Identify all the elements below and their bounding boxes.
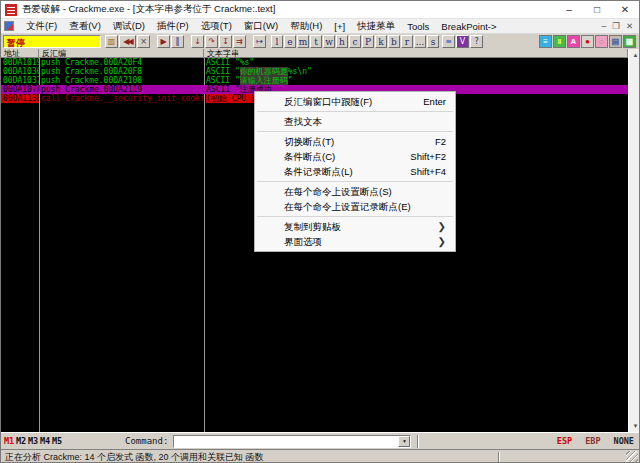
child-close-button[interactable]: ✕ [626,21,633,31]
animate-over-icon[interactable]: ⇉ [233,35,246,48]
resize-grip[interactable] [626,451,638,463]
run-icon[interactable]: ▶ [157,35,170,48]
windows-list-icon[interactable]: ≡ [442,35,455,48]
window-letter-button[interactable]: r [401,35,413,48]
context-menu-item[interactable]: 查找文本 [255,114,455,129]
title-bar: 吾爱破解 - Crackme.exe - [文本字串参考位于 Crackme:.… [1,1,639,19]
maximize-button[interactable]: □ [583,1,611,18]
shortcut-label [436,114,446,129]
context-menu-item[interactable]: 条件记录断点(L)Shift+F4 [255,164,455,179]
table-row[interactable]: 00DA1030push Crackme.00DA20F8ASCII "你的机器… [1,67,628,76]
command-input[interactable]: ▼ [173,435,411,448]
menu-item[interactable]: 插件(P) [151,19,195,33]
m2-button[interactable]: M2 [15,436,27,446]
plugin-icon[interactable]: ▦ [623,35,636,48]
context-menu-label: 切换断点(T) [284,134,334,149]
plugin-icon[interactable]: ≡ [539,35,552,48]
string-cell: ASCII "请输入注册码" [206,76,626,85]
status-text: 正在分析 Crackme: 14 个启发式 函数, 20 个调用和关联已知 函数 [1,451,264,463]
toolbar-separator [247,35,252,48]
status-divider [498,452,500,463]
context-menu-item[interactable]: 在每个命令上设置记录断点(E) [255,199,455,214]
m5-button[interactable]: M5 [51,436,63,446]
patches-window-icon[interactable]: V [456,35,469,48]
restart-icon[interactable]: ◀◀ [119,35,136,48]
command-bar: M1M2M3M4M5 Command: ▼ ESPEBPNONE [1,432,639,449]
menu-item[interactable]: 文件(F) [20,19,63,33]
context-menu: 反汇编窗口中跟随(F)Enter查找文本切换断点(T)F2条件断点(C)Shif… [254,91,456,252]
step-into-icon[interactable]: ↓ [191,35,204,48]
plugin-icon[interactable]: ● [581,35,594,48]
plugin-icon[interactable]: A [567,35,580,48]
menu-item[interactable]: BreakPoint-> [435,19,502,33]
window-letter-button[interactable]: c [349,35,361,48]
address-cell: 00DA1037 [3,76,39,85]
register-indicator-ebp[interactable]: EBP [585,436,600,446]
child-restore-button[interactable]: ❐ [612,21,620,31]
menu-item[interactable]: 帮助(H) [284,19,328,33]
context-menu-item[interactable]: 条件断点(C)Shift+F2 [255,149,455,164]
plugin-icon[interactable]: ‖ [553,35,566,48]
pause-icon[interactable]: ‖ [171,35,184,48]
column-header-address[interactable]: 地址 [1,49,39,58]
plugin-icon[interactable]: ◌ [595,35,608,48]
scroll-down-icon[interactable]: ▼ [629,420,640,432]
menu-item[interactable]: Tools [401,19,435,33]
plugin-icon[interactable]: ▤ [609,35,622,48]
open-file-icon[interactable]: ▥ [105,35,118,48]
window-letter-button[interactable]: b [388,35,400,48]
window-letter-button[interactable]: s [427,35,439,48]
menu-item[interactable]: 选项(T) [195,19,238,33]
m3-button[interactable]: M3 [27,436,39,446]
close-button[interactable]: ✕ [611,1,639,18]
window-letter-button[interactable]: e [284,35,296,48]
child-minimize-button[interactable]: – [602,21,607,31]
submenu-arrow-icon: ❯ [438,234,446,249]
column-header-string[interactable]: 文本字串 [204,49,628,58]
close-program-icon[interactable]: × [137,35,150,48]
register-indicator-esp[interactable]: ESP [557,436,572,446]
window-letter-button[interactable]: P [362,35,374,48]
vertical-scrollbar[interactable]: ▲ ▼ [628,49,640,432]
m4-button[interactable]: M4 [39,436,51,446]
context-menu-item[interactable]: 反汇编窗口中跟随(F)Enter [255,94,455,109]
animate-into-icon[interactable]: ↧ [219,35,232,48]
context-menu-label: 反汇编窗口中跟随(F) [284,94,372,109]
shortcut-label: Shift+F2 [400,149,446,164]
string-text: ASCII " [206,85,240,94]
child-window-icon [4,21,14,31]
minimize-button[interactable]: – [555,1,583,18]
menu-item[interactable]: 调试(D) [107,19,151,33]
window-letter-button[interactable]: l [271,35,283,48]
table-row[interactable]: 00DA1037push Crackme.00DA2108ASCII "请输入注… [1,76,628,85]
window-letter-button[interactable]: m [297,35,309,48]
window-letter-button[interactable]: t [310,35,322,48]
context-menu-item[interactable]: 切换断点(T)F2 [255,134,455,149]
disasm-cell: push Crackme.00DA2119 [41,85,203,94]
menu-item[interactable]: [+] [328,19,351,33]
context-menu-label: 在每个命令上设置断点(S) [284,184,392,199]
context-menu-item[interactable]: 复制到剪贴板❯ [255,219,455,234]
step-over-icon[interactable]: ↷ [205,35,218,48]
register-indicator-none[interactable]: NONE [614,436,634,446]
m1-button[interactable]: M1 [3,436,15,446]
help-icon[interactable]: ? [470,35,483,48]
menu-item[interactable]: 快捷菜单 [351,19,401,33]
scroll-up-icon[interactable]: ▲ [629,49,640,61]
menu-bar: 文件(F)查看(V)调试(D)插件(P)选项(T)窗口(W)帮助(H)[+]快捷… [1,19,639,34]
execute-till-return-icon[interactable]: ↦ [253,35,266,48]
string-text: %s\n" [288,67,312,76]
menu-item[interactable]: 窗口(W) [238,19,284,33]
shortcut-label [436,199,446,214]
disasm-cell: push Crackme.00DA2108 [41,76,203,85]
window-letter-button[interactable]: k [375,35,387,48]
window-letter-button[interactable]: ... [414,35,426,48]
combo-dropdown-button[interactable]: ▼ [398,436,410,447]
window-letter-button[interactable]: w [323,35,335,48]
context-menu-item[interactable]: 界面选项❯ [255,234,455,249]
window-letter-button[interactable]: h [336,35,348,48]
menu-item[interactable]: 查看(V) [63,19,107,33]
column-header-disasm[interactable]: 反汇编 [39,49,204,58]
table-row[interactable]: 00DA1019push Crackme.00DA20F4ASCII "%s" [1,58,628,67]
context-menu-item[interactable]: 在每个命令上设置断点(S) [255,184,455,199]
